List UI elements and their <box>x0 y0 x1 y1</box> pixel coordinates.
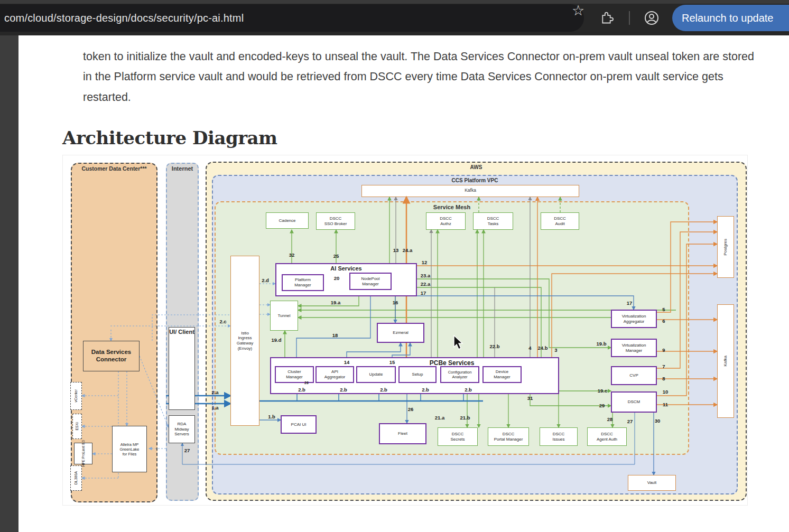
edge-label-24.a: 24.a <box>403 247 413 253</box>
address-bar[interactable]: com/cloud/storage-design/docs/security/p… <box>0 4 584 32</box>
relaunch-button[interactable]: Relaunch to update <box>672 5 789 31</box>
edge-label-19.a: 19.a <box>331 300 341 305</box>
edge-label-29: 29 <box>599 403 605 408</box>
browser-toolbar: com/cloud/storage-design/docs/security/p… <box>0 0 789 35</box>
edge-label-17: 17 <box>627 300 633 306</box>
edge-label-18: 18 <box>332 332 338 338</box>
body-paragraph: token to initialize the vault and encode… <box>83 46 758 108</box>
edge-label-22.a: 22.a <box>421 281 431 287</box>
architecture-diagram: Customer Data Center*** Internet AWS CCS… <box>62 155 748 506</box>
profile-icon[interactable] <box>644 10 660 26</box>
edge-label-28: 28 <box>607 416 613 422</box>
url-text: com/cloud/storage-design/docs/security/p… <box>4 12 244 24</box>
edge-label-8: 8 <box>662 376 665 381</box>
edge-label-19.c: 19.c <box>598 388 608 394</box>
edge-label-6: 6 <box>662 318 665 324</box>
edge-label-10: 10 <box>663 389 669 395</box>
mouse-cursor <box>453 335 465 353</box>
edge-label-19.d: 19.d <box>271 337 281 343</box>
edge-label-1.a: 1.a <box>211 405 218 410</box>
edge-label-27: 27 <box>627 418 633 424</box>
left-edge-strip <box>0 35 18 532</box>
edge-label-2.a: 2.a <box>211 389 218 395</box>
edge-label-16: 16 <box>393 300 398 305</box>
edge-label-15: 15 <box>389 359 395 365</box>
edge-label-24.b: 24.b <box>537 345 547 351</box>
edge-label-3: 3 <box>554 347 557 353</box>
page-title: Architecture Diagram <box>62 127 277 148</box>
edge-label-23.a: 23.a <box>421 273 431 278</box>
edge-label-2.b: 2.b <box>422 387 429 393</box>
diagram-edge-labels: 32251324.a1223.a22.a172.d2019.a161819.d2… <box>63 155 747 505</box>
edge-label-26: 26 <box>304 381 309 385</box>
edge-label-2.b: 2.b <box>380 387 387 393</box>
edge-label-9: 9 <box>662 347 665 353</box>
edge-label-20: 20 <box>334 275 340 281</box>
edge-label-31: 31 <box>527 395 533 401</box>
edge-label-26: 26 <box>408 406 414 412</box>
edge-label-27: 27 <box>184 447 190 453</box>
edge-label-2.b: 2.b <box>465 387 472 393</box>
bookmark-star-icon[interactable]: ☆ <box>572 4 584 18</box>
edge-label-14: 14 <box>344 359 350 365</box>
edge-label-32: 32 <box>289 252 295 258</box>
edge-label-19.b: 19.b <box>596 341 606 347</box>
edge-label-21.b: 21.b <box>460 415 470 421</box>
window-top-strip <box>0 0 789 4</box>
edge-label-22.b: 22.b <box>489 343 499 349</box>
edge-label-12: 12 <box>422 259 428 265</box>
edge-label-7: 7 <box>662 363 665 369</box>
edge-label-17: 17 <box>421 290 426 296</box>
edge-label-2.c: 2.c <box>219 319 226 324</box>
edge-label-5: 5 <box>662 306 665 312</box>
extensions-icon[interactable] <box>599 11 614 25</box>
toolbar-separator <box>629 11 630 25</box>
edge-label-13: 13 <box>393 247 399 253</box>
edge-label-2.b: 2.b <box>340 387 347 393</box>
edge-label-2.b: 2.b <box>298 387 305 393</box>
edge-label-30: 30 <box>655 418 661 424</box>
edge-label-2.d: 2.d <box>262 277 269 283</box>
edge-label-4: 4 <box>528 345 531 351</box>
edge-label-25: 25 <box>333 253 339 259</box>
edge-label-21.a: 21.a <box>435 415 445 421</box>
edge-label-1.b: 1.b <box>268 414 275 419</box>
edge-label-11: 11 <box>663 402 668 407</box>
